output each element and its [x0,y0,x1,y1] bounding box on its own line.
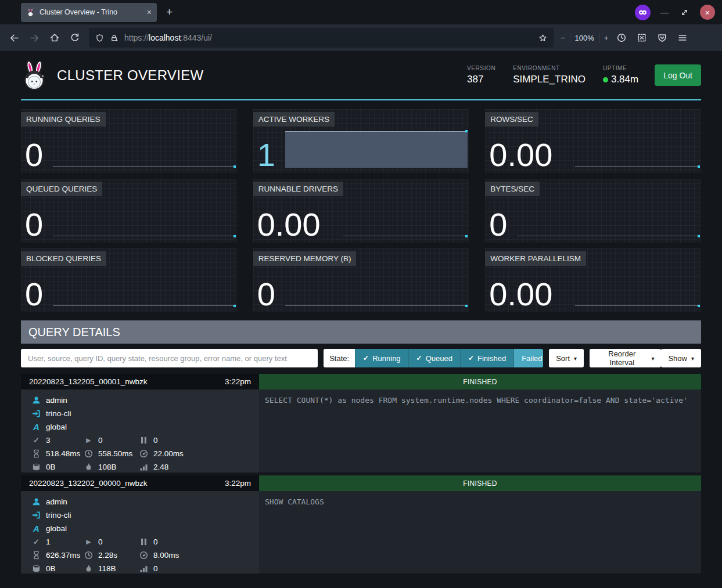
database-icon [32,463,41,471]
resource-group-icon: A [32,524,41,533]
sparkline [575,166,699,167]
filter-finished-button[interactable]: ✓ Finished [460,349,513,367]
minimize-button[interactable]: — [660,8,669,17]
forward-button[interactable] [25,28,44,47]
uptime-stat: UPTIME 3.84m [603,65,638,85]
separator [599,33,599,43]
private-browsing-icon [635,5,651,20]
trino-logo [21,59,48,92]
queued-splits: 0 [153,538,158,546]
tab-bar: Cluster Overview - Trino × + — × [0,0,722,24]
restore-button[interactable] [678,6,690,18]
show-dropdown[interactable]: Show ▾ [661,349,701,367]
query-id-link[interactable]: 20220823_132202_00000_nwbzk [29,479,147,488]
filter-running-label: Running [372,354,400,363]
pocket-icon[interactable] [653,28,671,47]
uptime-status-dot [603,77,608,82]
completed-splits: 3 [46,436,51,445]
panel-label: ROWS/SEC [485,112,538,127]
panel-label: ACTIVE WORKERS [253,112,335,127]
pause-icon [139,436,148,445]
url-bar[interactable]: https://localhost:8443/ui/ [89,28,554,48]
sparkline-dot [698,305,700,307]
bookmark-star-icon[interactable] [538,34,547,42]
filter-failed-label: Failed [522,354,542,363]
cumulative-chart-icon [139,463,148,471]
filter-queued-button[interactable]: ✓ Queued [408,349,460,367]
home-button[interactable] [45,28,64,47]
version-label: VERSION [467,65,495,71]
query-sql-text: SHOW CATALOGS [259,491,701,573]
gauge-icon [139,551,148,560]
running-splits: 0 [98,436,103,445]
lock-warning-icon[interactable] [110,34,118,42]
tab-close-icon[interactable]: × [147,8,152,16]
version-value: 387 [467,74,495,85]
environment-label: ENVIRONMENT [513,65,585,71]
sparkline [517,236,699,236]
running-splits: 0 [98,538,103,546]
peak-memory: 118B [98,564,116,573]
query-sql-text: SELECT COUNT(*) as nodes FROM system.run… [259,389,701,472]
filter-queued-label: Queued [426,354,452,363]
zoom-out-button[interactable]: − [561,34,565,42]
user-icon [32,396,41,405]
stat-panel-queued-queries: QUEUED QUERIES 0 [21,179,237,243]
window-controls: — × [635,5,722,20]
queued-splits: 0 [153,436,158,445]
stat-panels-grid: RUNNING QUERIES 0 ACTIVE WORKERS 1 ROWS/… [21,109,701,312]
check-icon: ✓ [416,354,422,362]
panel-label: RUNNING QUERIES [21,112,106,127]
chevron-down-icon: ▾ [574,355,577,362]
back-button[interactable] [5,28,23,47]
query-status-badge: FINISHED [259,475,701,491]
execution-time: 22.00ms [153,449,184,458]
menu-hamburger-icon[interactable] [673,28,692,47]
browser-window: Cluster Overview - Trino × + — × [0,0,722,588]
logout-button[interactable]: Log Out [655,64,701,86]
query-search-input[interactable] [21,349,318,367]
navigation-toolbar: https://localhost:8443/ui/ − 100% + [0,24,722,51]
sparkline [53,305,235,306]
stat-panel-runnable-drivers: RUNNABLE DRIVERS 0.00 [253,179,469,243]
filter-failed-dropdown[interactable]: Failed ▾ [513,349,543,367]
url-text[interactable]: https://localhost:8443/ui/ [124,33,533,42]
zoom-level[interactable]: 100% [575,34,594,42]
execution-time: 8.00ms [153,551,179,560]
sparkline [53,166,235,167]
browser-tab[interactable]: Cluster Overview - Trino × [21,3,157,22]
sort-label: Sort [556,354,570,363]
query-row: 20220823_132205_00001_nwbzk 3:22pm FINIS… [21,374,701,472]
panel-value: 1 [257,139,275,171]
tab-title: Cluster Overview - Trino [39,8,142,16]
filter-running-button[interactable]: ✓ Running [355,349,408,367]
uptime-value: 3.84m [611,74,638,85]
panel-label: BYTES/SEC [485,182,540,196]
user-icon [32,497,41,506]
zoom-in-button[interactable]: + [604,34,609,42]
check-icon: ✓ [468,354,474,362]
screenshot-icon[interactable] [633,28,651,47]
show-label: Show [668,354,687,363]
sparkline-dot [234,235,236,237]
sort-dropdown[interactable]: Sort ▾ [549,349,584,367]
separator [570,33,570,43]
reorder-interval-dropdown[interactable]: Reorder Interval ▾ [590,349,661,367]
close-window-button[interactable]: × [700,5,715,20]
reload-button[interactable] [66,28,84,47]
stat-panel-active-workers: ACTIVE WORKERS 1 [253,109,469,173]
history-clock-icon[interactable] [612,28,631,47]
environment-value: SIMPLE_TRINO [513,74,585,85]
completed-splits: 1 [46,538,51,546]
reorder-interval-label: Reorder Interval [597,349,647,367]
query-info-panel: admin trino-cli Aglobal ✓3 ▶0 0 518.48ms… [21,389,259,472]
panel-value: 0 [257,278,275,311]
query-source: trino-cli [46,511,71,520]
flame-icon [84,463,93,471]
new-tab-button[interactable]: + [166,6,173,19]
tracking-shield-icon[interactable] [95,34,104,42]
sparkline [285,305,468,306]
app-header: CLUSTER OVERVIEW VERSION 387 ENVIRONMENT… [21,51,701,100]
query-id-link[interactable]: 20220823_132205_00001_nwbzk [29,377,147,386]
state-filter-label: State: [324,349,355,367]
